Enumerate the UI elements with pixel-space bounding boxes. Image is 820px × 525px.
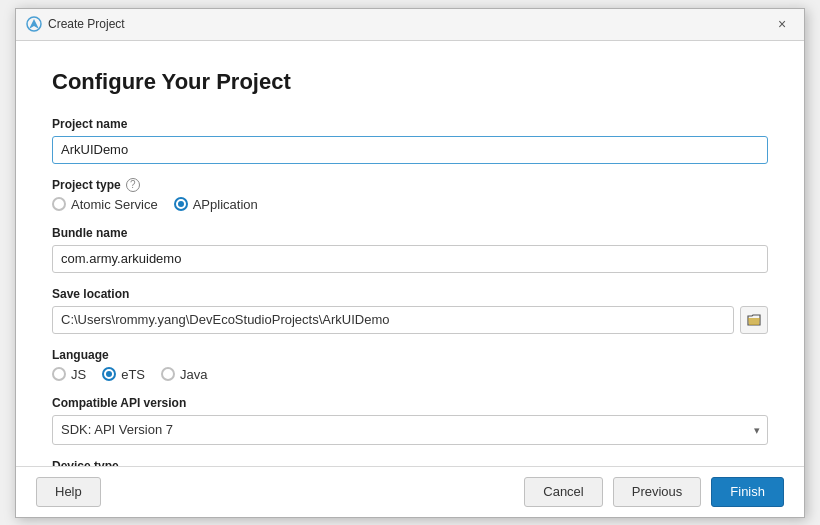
save-location-section: Save location — [52, 287, 768, 334]
footer-left: Help — [36, 477, 101, 507]
project-type-radio-group: Atomic Service APplication — [52, 197, 768, 212]
title-bar-text: Create Project — [48, 17, 125, 31]
api-version-wrapper: SDK: API Version 7 SDK: API Version 6 SD… — [52, 415, 768, 445]
title-bar-left: Create Project — [26, 16, 125, 32]
cancel-button[interactable]: Cancel — [524, 477, 602, 507]
project-name-input[interactable] — [52, 136, 768, 164]
title-bar: Create Project × — [16, 9, 804, 41]
save-location-label: Save location — [52, 287, 768, 301]
project-type-help-icon[interactable]: ? — [126, 178, 140, 192]
dialog-footer: Help Cancel Previous Finish — [16, 466, 804, 517]
folder-icon — [747, 314, 761, 326]
project-type-label: Project type ? — [52, 178, 768, 192]
app-logo-icon — [26, 16, 42, 32]
save-location-input[interactable] — [52, 306, 734, 334]
language-radio-group: JS eTS Java — [52, 367, 768, 382]
api-version-label: Compatible API version — [52, 396, 768, 410]
radio-java-circle — [161, 367, 175, 381]
browse-folder-button[interactable] — [740, 306, 768, 334]
previous-button[interactable]: Previous — [613, 477, 702, 507]
radio-ets-circle — [102, 367, 116, 381]
bundle-name-section: Bundle name — [52, 226, 768, 273]
radio-atomic-label: Atomic Service — [71, 197, 158, 212]
radio-ets[interactable]: eTS — [102, 367, 145, 382]
save-location-row — [52, 306, 768, 334]
api-version-section: Compatible API version SDK: API Version … — [52, 396, 768, 445]
radio-java[interactable]: Java — [161, 367, 207, 382]
radio-atomic-service[interactable]: Atomic Service — [52, 197, 158, 212]
language-label: Language — [52, 348, 768, 362]
radio-application-circle — [174, 197, 188, 211]
radio-js-label: JS — [71, 367, 86, 382]
radio-application-label: APplication — [193, 197, 258, 212]
footer-right: Cancel Previous Finish — [524, 477, 784, 507]
bundle-name-label: Bundle name — [52, 226, 768, 240]
page-title: Configure Your Project — [52, 69, 768, 95]
radio-application[interactable]: APplication — [174, 197, 258, 212]
device-type-label: Device type — [52, 459, 768, 466]
create-project-dialog: Create Project × Configure Your Project … — [15, 8, 805, 518]
project-name-label: Project name — [52, 117, 768, 131]
radio-js-circle — [52, 367, 66, 381]
finish-button[interactable]: Finish — [711, 477, 784, 507]
help-button[interactable]: Help — [36, 477, 101, 507]
project-name-section: Project name — [52, 117, 768, 164]
language-section: Language JS eTS Java — [52, 348, 768, 382]
radio-atomic-circle — [52, 197, 66, 211]
close-button[interactable]: × — [770, 12, 794, 36]
radio-ets-label: eTS — [121, 367, 145, 382]
bundle-name-input[interactable] — [52, 245, 768, 273]
radio-js[interactable]: JS — [52, 367, 86, 382]
radio-java-label: Java — [180, 367, 207, 382]
project-type-section: Project type ? Atomic Service APplicatio… — [52, 178, 768, 212]
api-version-select[interactable]: SDK: API Version 7 SDK: API Version 6 SD… — [52, 415, 768, 445]
dialog-content: Configure Your Project Project name Proj… — [16, 41, 804, 466]
device-type-section: Device type Phone Tablet Car — [52, 459, 768, 466]
